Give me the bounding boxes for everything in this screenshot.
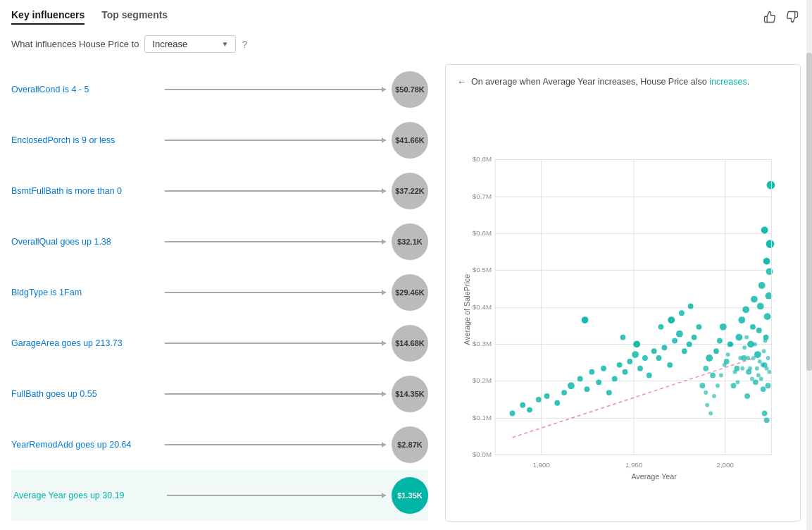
influencers-list: OverallCond is 4 - 5$50.78KEnclosedPorch… — [11, 64, 434, 522]
value-badge-2: $41.66K — [392, 122, 428, 159]
main-container: Key influencers Top segments What influe… — [0, 0, 812, 530]
svg-point-40 — [601, 366, 606, 371]
svg-point-118 — [750, 376, 754, 381]
svg-point-128 — [765, 366, 769, 371]
svg-point-71 — [717, 338, 723, 344]
bar-line-3 — [165, 190, 386, 192]
svg-point-116 — [746, 356, 750, 360]
svg-point-90 — [758, 282, 766, 289]
svg-point-57 — [676, 331, 683, 338]
svg-text:2,000: 2,000 — [716, 461, 734, 469]
svg-text:$0.3M: $0.3M — [473, 340, 492, 347]
influencer-item-5[interactable]: BldgType is 1Fam$29.46K — [11, 267, 428, 318]
svg-point-43 — [617, 362, 623, 368]
tab-bar: Key influencers Top segments — [11, 9, 168, 25]
influencer-label-8: YearRemodAdd goes up 20.64 — [11, 440, 159, 450]
svg-text:$0.1M: $0.1M — [473, 414, 492, 421]
bar-line-7 — [165, 393, 386, 395]
svg-point-58 — [682, 348, 687, 354]
svg-point-108 — [726, 352, 730, 357]
svg-text:Average of SalePrice: Average of SalePrice — [463, 274, 471, 345]
svg-point-60 — [692, 335, 697, 340]
influencer-label-7: FullBath goes up 0.55 — [11, 389, 159, 399]
value-badge-5: $29.46K — [392, 274, 428, 311]
influencer-label-4: OverallQual goes up 1.38 — [11, 237, 159, 247]
increase-dropdown[interactable]: Increase ▼ — [144, 35, 236, 53]
chart-back-button[interactable]: ← On average when Average Year increases… — [457, 76, 789, 87]
svg-text:$0.0M: $0.0M — [473, 450, 492, 458]
svg-point-28 — [520, 402, 525, 408]
subtitle-row: What influences House Price to Increase … — [11, 35, 801, 53]
svg-point-122 — [756, 374, 761, 378]
svg-point-61 — [697, 324, 702, 330]
thumbs-down-icon[interactable] — [784, 8, 801, 25]
influencer-item-4[interactable]: OverallQual goes up 1.38$32.1K — [11, 216, 428, 267]
svg-point-48 — [642, 355, 648, 361]
svg-text:$0.2M: $0.2M — [473, 376, 492, 384]
svg-point-110 — [733, 370, 737, 374]
svg-point-111 — [735, 380, 739, 384]
value-badge-8: $2.87K — [392, 426, 428, 463]
svg-point-104 — [712, 394, 716, 398]
svg-point-85 — [751, 296, 758, 303]
bar-line-8 — [165, 444, 386, 445]
influencer-item-9[interactable]: Average Year goes up 30.19$1.35K — [11, 470, 428, 521]
svg-point-88 — [756, 328, 762, 333]
svg-point-132 — [761, 227, 768, 234]
main-content: OverallCond is 4 - 5$50.78KEnclosedPorch… — [11, 64, 801, 522]
header: Key influencers Top segments — [11, 8, 801, 25]
svg-point-94 — [764, 313, 771, 320]
svg-point-63 — [658, 324, 664, 330]
svg-point-80 — [742, 306, 749, 313]
scatter-chart: Average of SalePrice Average Year — [457, 96, 789, 510]
svg-point-27 — [510, 411, 516, 417]
influencer-item-6[interactable]: GarageArea goes up 213.73$14.68K — [11, 318, 428, 369]
influencer-item-7[interactable]: FullBath goes up 0.55$14.35K — [11, 369, 428, 419]
svg-point-125 — [761, 363, 765, 367]
svg-text:$0.5M: $0.5M — [473, 266, 492, 273]
svg-point-44 — [623, 369, 628, 375]
svg-point-29 — [527, 407, 532, 413]
svg-point-49 — [647, 373, 652, 378]
svg-point-117 — [748, 366, 752, 371]
influencer-label-2: EnclosedPorch is 9 or less — [11, 135, 159, 145]
svg-point-33 — [561, 390, 567, 395]
svg-point-131 — [767, 181, 775, 190]
tab-top-segments[interactable]: Top segments — [101, 9, 168, 25]
value-badge-6: $14.68K — [392, 325, 428, 362]
svg-point-127 — [763, 339, 768, 343]
svg-point-120 — [753, 342, 757, 346]
svg-point-69 — [710, 373, 716, 378]
svg-point-84 — [750, 324, 756, 330]
svg-text:1,950: 1,950 — [625, 461, 643, 469]
svg-point-107 — [723, 363, 727, 367]
svg-point-66 — [699, 383, 705, 388]
influencer-label-3: BsmtFullBath is more than 0 — [11, 186, 159, 196]
svg-point-67 — [703, 366, 708, 371]
influencer-item-2[interactable]: EnclosedPorch is 9 or less$41.66K — [11, 115, 428, 166]
bar-line-4 — [165, 241, 386, 242]
svg-point-55 — [667, 362, 673, 368]
svg-point-130 — [768, 370, 772, 374]
influencer-item-1[interactable]: OverallCond is 4 - 5$50.78K — [11, 64, 428, 115]
header-icons — [761, 8, 801, 25]
svg-point-65 — [688, 303, 694, 309]
help-icon[interactable]: ? — [242, 39, 247, 50]
svg-point-50 — [651, 348, 657, 354]
tab-key-influencers[interactable]: Key influencers — [11, 9, 85, 25]
svg-point-56 — [672, 338, 677, 344]
bar-line-9 — [167, 495, 386, 496]
dropdown-value: Increase — [152, 39, 187, 49]
svg-point-121 — [755, 366, 759, 371]
influencer-item-3[interactable]: BsmtFullBath is more than 0$37.22K — [11, 166, 428, 216]
value-badge-7: $14.35K — [392, 376, 428, 412]
influencer-item-8[interactable]: YearRemodAdd goes up 20.64$2.87K — [11, 419, 428, 470]
thumbs-up-icon[interactable] — [761, 8, 778, 25]
svg-point-59 — [687, 341, 692, 347]
svg-point-126 — [762, 349, 766, 353]
value-badge-4: $32.1K — [392, 223, 428, 260]
svg-point-113 — [740, 366, 744, 371]
svg-point-45 — [627, 359, 632, 364]
svg-text:$0.6M: $0.6M — [473, 229, 492, 237]
svg-point-101 — [704, 390, 708, 395]
